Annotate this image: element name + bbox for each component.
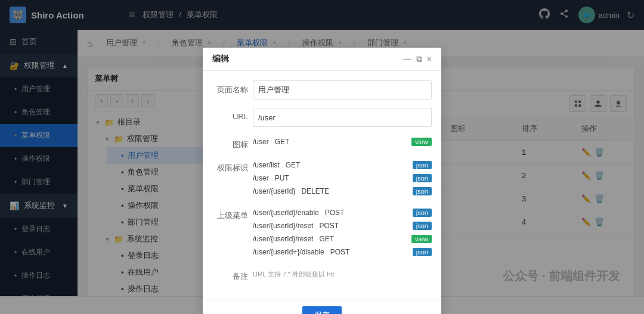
url-input[interactable] [253, 108, 432, 127]
perm-tag-5: json [413, 222, 432, 230]
perm-item-6: /user/{userId}/reset GET view [253, 232, 432, 245]
perm-tag-3: json [413, 187, 432, 195]
form-row-parent: 上级菜单 /user/{userId}/enable POST json /us… [212, 206, 432, 259]
modal-footer: 保存 [203, 300, 441, 314]
perm-item-5: /user/{userId}/reset POST json [253, 219, 432, 232]
perm-item-7: /user/{userId+}/disable POST json [253, 245, 432, 259]
remark-text: URL 支持 7.* 外部链接以 htt [253, 269, 432, 280]
form-row-page-name: 页面名称 [212, 80, 432, 100]
url-label: URL [212, 108, 248, 121]
perm-item-1: /user/list GET json [253, 158, 432, 172]
perm-item-2: /user PUT json [253, 172, 432, 185]
perm-tag-2: json [413, 174, 432, 182]
perm-label: 权限标识 [212, 158, 248, 173]
perm-list-parent: /user/{userId}/enable POST json /user/{u… [253, 206, 432, 259]
modal-overlay: 编辑 — ⧉ × 页面名称 URL 图标 / [0, 0, 644, 314]
modal-body: 页面名称 URL 图标 /user GET view 权限 [203, 71, 441, 300]
form-row-url: URL [212, 108, 432, 127]
modal-minimize-btn[interactable]: — [403, 54, 411, 64]
form-row-icon: 图标 /user GET view [212, 135, 432, 150]
form-row-remark: 备注 URL 支持 7.* 外部链接以 htt [212, 267, 432, 282]
perm-item-3: /user/{userId} DELETE json [253, 185, 432, 198]
perm-tag-7: json [413, 248, 432, 256]
perm-item-0: /user GET view [253, 135, 432, 148]
perm-tag-6: view [411, 235, 432, 243]
remark-content: URL 支持 7.* 外部链接以 htt [253, 267, 432, 280]
icon-label: 图标 [212, 135, 248, 150]
modal-save-btn[interactable]: 保存 [302, 306, 342, 314]
page-name-input[interactable] [253, 80, 432, 100]
modal-close-btn[interactable]: × [427, 54, 432, 64]
perm-list-icon: /user GET view [253, 135, 432, 148]
modal-title: 编辑 [212, 54, 229, 64]
perm-item-4: /user/{userId}/enable POST json [253, 206, 432, 219]
form-row-perm: 权限标识 /user/list GET json /user PUT json … [212, 158, 432, 198]
modal-header: 编辑 — ⧉ × [203, 48, 441, 71]
modal-maximize-btn[interactable]: ⧉ [416, 54, 422, 64]
edit-modal: 编辑 — ⧉ × 页面名称 URL 图标 / [203, 48, 441, 314]
perm-tag-4: json [413, 209, 432, 217]
perm-tag-1: json [413, 161, 432, 169]
perm-tag-0: view [411, 138, 432, 146]
parent-label: 上级菜单 [212, 206, 248, 221]
remark-label: 备注 [212, 267, 248, 282]
modal-header-actions: — ⧉ × [403, 54, 432, 64]
page-name-label: 页面名称 [212, 80, 248, 95]
perm-list-perm: /user/list GET json /user PUT json /user… [253, 158, 432, 198]
